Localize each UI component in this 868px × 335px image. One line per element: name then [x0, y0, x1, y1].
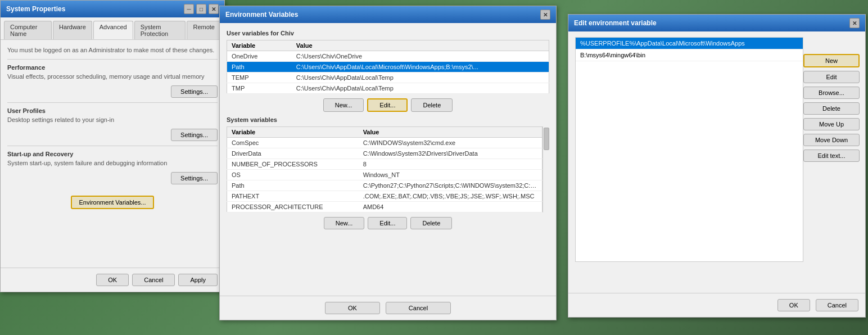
table-row[interactable]: NUMBER_OF_PROCESSORS 8: [227, 159, 542, 170]
user-vars-new-button[interactable]: New...: [323, 98, 364, 112]
user-var-path-name: Path: [227, 62, 292, 73]
system-vars-delete-button[interactable]: Delete: [410, 217, 452, 229]
sys-props-content: You must be logged on as an Administrato…: [1, 40, 224, 216]
env-vars-cancel-button[interactable]: Cancel: [386, 302, 451, 314]
tab-computer-name[interactable]: Computer Name: [4, 21, 52, 39]
env-vars-titlebar-controls: ✕: [540, 10, 550, 20]
edit-new-button[interactable]: New: [803, 54, 860, 67]
tab-remote[interactable]: Remote: [187, 21, 221, 39]
tab-advanced[interactable]: Advanced: [93, 21, 133, 39]
system-vars-btn-row: New... Edit... Delete: [227, 217, 549, 229]
user-vars-delete-button[interactable]: Delete: [411, 98, 453, 112]
startup-desc: System start-up, system failure and debu…: [7, 160, 218, 166]
table-row[interactable]: ComSpec C:\WINDOWS\system32\cmd.exe: [227, 138, 542, 148]
table-row[interactable]: PATHEXT .COM;.EXE;.BAT;.CMD;.VBS;.VBE;JS…: [227, 191, 542, 202]
sys-var-pathext-value: .COM;.EXE;.BAT;.CMD;.VBS;.VBE;JS;.JSE;.W…: [359, 191, 542, 202]
edit-edit-button[interactable]: Edit: [803, 71, 860, 83]
user-vars-edit-button[interactable]: Edit...: [367, 98, 408, 112]
sys-var-nop-name: NUMBER_OF_PROCESSORS: [227, 159, 359, 170]
user-var-path-value: C:\Users\Chiv\AppData\Local\Microsoft\Wi…: [292, 62, 549, 73]
sys-var-driverdata-value: C:\Windows\System32\Drivers\DriverData: [359, 148, 542, 159]
table-row[interactable]: OneDrive C:\Users\Chiv\OneDrive: [227, 51, 549, 62]
edit-browse-button[interactable]: Browse...: [803, 87, 860, 99]
env-vars-title: Environment Variables: [225, 11, 298, 19]
edit-env-body: %USERPROFILE%\AppData\Local\Microsoft\Wi…: [568, 31, 865, 268]
edit-delete-button[interactable]: Delete: [803, 102, 860, 115]
minimize-button[interactable]: ─: [184, 4, 194, 14]
edit-side-buttons: New Edit Browse... Delete Move Up Move D…: [803, 54, 860, 162]
table-row[interactable]: TEMP C:\Users\Chiv\AppData\Local\Temp: [227, 73, 549, 83]
sys-props-title: System Properties: [6, 5, 65, 13]
startup-section: Start-up and Recovery System start-up, s…: [7, 146, 218, 184]
edit-move-up-button[interactable]: Move Up: [803, 118, 860, 130]
scrollbar-thumb: [544, 128, 549, 150]
sys-var-nop-value: 8: [359, 159, 542, 170]
system-vars-section-title: System variables: [227, 116, 549, 123]
tab-system-protection[interactable]: System Protection: [134, 21, 186, 39]
sys-var-proc-arch-name: PROCESSOR_ARCHITECTURE: [227, 202, 359, 212]
list-item[interactable]: %USERPROFILE%\AppData\Local\Microsoft\Wi…: [576, 38, 803, 49]
sys-var-proc-arch-value: AMD64: [359, 202, 542, 212]
apply-button[interactable]: Apply: [178, 274, 218, 286]
table-row[interactable]: Path C:\Users\Chiv\AppData\Local\Microso…: [227, 62, 549, 73]
environment-variables-dialog: Environment Variables ✕ User variables f…: [219, 6, 557, 320]
user-profiles-settings-button[interactable]: Settings...: [171, 129, 218, 141]
table-row[interactable]: OS Windows_NT: [227, 170, 542, 180]
performance-settings-button[interactable]: Settings...: [171, 85, 218, 98]
env-vars-ok-button[interactable]: OK: [325, 302, 380, 314]
admin-note: You must be logged on as an Administrato…: [7, 47, 218, 53]
env-vars-titlebar: Environment Variables ✕: [220, 6, 556, 23]
maximize-button[interactable]: □: [196, 4, 206, 14]
env-vars-content: User variables for Chiv Variable Value O…: [220, 23, 556, 239]
close-button[interactable]: ✕: [209, 4, 219, 14]
edit-env-list[interactable]: %USERPROFILE%\AppData\Local\Microsoft\Wi…: [575, 37, 803, 262]
table-row[interactable]: Path C:\Python27;C:\Python27\Scripts;C:\…: [227, 180, 542, 191]
sys-var-comspec-value: C:\WINDOWS\system32\cmd.exe: [359, 138, 542, 148]
edit-env-titlebar-controls: ✕: [849, 18, 860, 28]
system-vars-edit-button[interactable]: Edit...: [368, 217, 407, 229]
user-profiles-desc: Desktop settings related to your sign-in: [7, 116, 218, 123]
tab-hardware[interactable]: Hardware: [53, 21, 92, 39]
table-row[interactable]: TMP C:\Users\Chiv\AppData\Local\Temp: [227, 83, 549, 94]
sys-var-path-value: C:\Python27;C:\Python27\Scripts;C:\WINDO…: [359, 180, 542, 191]
system-vars-scrollbar[interactable]: [542, 126, 549, 212]
ok-button[interactable]: OK: [96, 274, 129, 286]
titlebar-controls: ─ □ ✕: [184, 4, 219, 14]
table-row[interactable]: DriverData C:\Windows\System32\Drivers\D…: [227, 148, 542, 159]
edit-env-titlebar: Edit environment variable ✕: [568, 15, 865, 31]
environment-variables-button[interactable]: Environment Variables...: [71, 196, 153, 209]
user-var-ondedrive-value: C:\Users\Chiv\OneDrive: [292, 51, 549, 62]
sys-var-pathext-name: PATHEXT: [227, 191, 359, 202]
system-properties-window: System Properties ─ □ ✕ Computer Name Ha…: [0, 0, 225, 292]
user-var-tmp-name: TMP: [227, 83, 292, 94]
user-var-temp-value: C:\Users\Chiv\AppData\Local\Temp: [292, 73, 549, 83]
edit-env-close-button[interactable]: ✕: [849, 18, 860, 28]
env-vars-footer: OK Cancel: [220, 296, 556, 320]
user-profiles-section: User Profiles Desktop settings related t…: [7, 102, 218, 141]
system-vars-new-button[interactable]: New...: [324, 217, 365, 229]
table-row[interactable]: PROCESSOR_ARCHITECTURE AMD64: [227, 202, 542, 212]
user-var-temp-name: TEMP: [227, 73, 292, 83]
sys-var-comspec-name: ComSpec: [227, 138, 359, 148]
edit-env-cancel-button[interactable]: Cancel: [816, 299, 858, 311]
edit-env-ok-button[interactable]: OK: [777, 299, 810, 311]
sys-var-os-name: OS: [227, 170, 359, 180]
env-vars-section: Environment Variables...: [7, 196, 218, 209]
user-var-ondedrive-name: OneDrive: [227, 51, 292, 62]
user-profiles-label: User Profiles: [7, 107, 218, 114]
user-vars-table: Variable Value OneDrive C:\Users\Chiv\On…: [227, 40, 549, 94]
sys-var-driverdata-name: DriverData: [227, 148, 359, 159]
performance-desc: Visual effects, processor scheduling, me…: [7, 73, 218, 80]
sys-var-os-value: Windows_NT: [359, 170, 542, 180]
system-vars-col-value: Value: [359, 127, 542, 138]
startup-settings-button[interactable]: Settings...: [171, 172, 218, 184]
edit-text-button[interactable]: Edit text...: [803, 150, 860, 162]
edit-move-down-button[interactable]: Move Down: [803, 134, 860, 146]
cancel-button[interactable]: Cancel: [132, 274, 175, 286]
env-vars-close-button[interactable]: ✕: [540, 10, 550, 20]
system-vars-col-variable: Variable: [227, 127, 359, 138]
edit-env-footer: OK Cancel: [568, 293, 865, 317]
tabs-bar: Computer Name Hardware Advanced System P…: [1, 17, 224, 40]
list-item[interactable]: B:\msys64\mingw64\bin: [576, 49, 803, 61]
sys-var-path-name: Path: [227, 180, 359, 191]
